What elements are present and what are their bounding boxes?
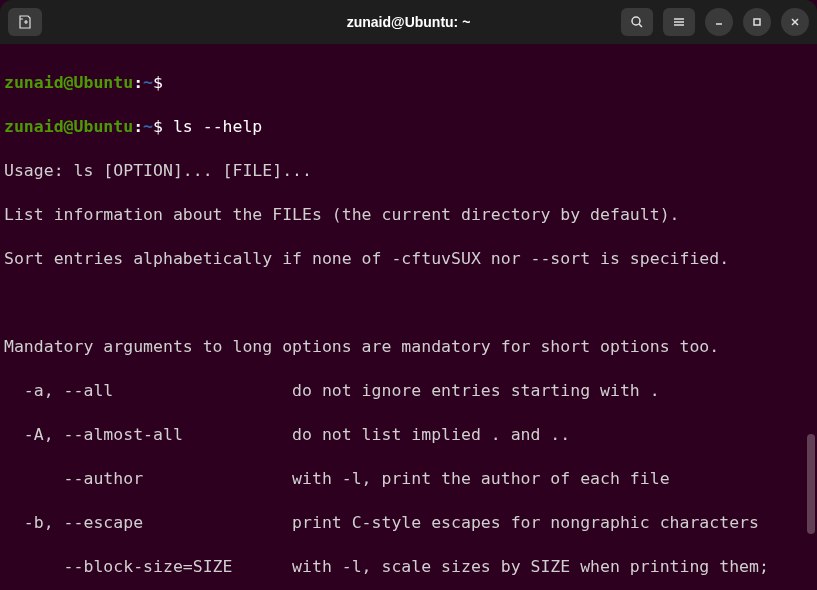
close-button[interactable] (781, 8, 809, 36)
prompt-path: ~ (143, 117, 153, 136)
output-line: Mandatory arguments to long options are … (4, 336, 813, 358)
prompt-path: ~ (143, 73, 153, 92)
prompt-symbol: $ (153, 73, 163, 92)
output-line: List information about the FILEs (the cu… (4, 204, 813, 226)
titlebar: zunaid@Ubuntu: ~ (0, 0, 817, 44)
prompt-symbol: $ (153, 117, 163, 136)
prompt-colon: : (133, 73, 143, 92)
output-line: -A, --almost-all do not list implied . a… (4, 424, 813, 446)
new-tab-button[interactable] (8, 8, 42, 36)
svg-point-0 (632, 17, 640, 25)
prompt-line: zunaid@Ubuntu:~$ (4, 72, 813, 94)
output-line: --author with -l, print the author of ea… (4, 468, 813, 490)
prompt-user-host: zunaid@Ubuntu (4, 73, 133, 92)
terminal-content[interactable]: zunaid@Ubuntu:~$ zunaid@Ubuntu:~$ ls --h… (0, 44, 817, 590)
output-line: Usage: ls [OPTION]... [FILE]... (4, 160, 813, 182)
output-line (4, 292, 813, 314)
minimize-button[interactable] (705, 8, 733, 36)
titlebar-left (8, 8, 42, 36)
output-line: -b, --escape print C-style escapes for n… (4, 512, 813, 534)
search-button[interactable] (621, 8, 653, 36)
maximize-button[interactable] (743, 8, 771, 36)
svg-line-1 (639, 24, 642, 27)
output-line: Sort entries alphabetically if none of -… (4, 248, 813, 270)
scrollbar[interactable] (807, 434, 815, 534)
svg-rect-6 (754, 19, 760, 25)
window-title: zunaid@Ubuntu: ~ (347, 14, 471, 30)
prompt-colon: : (133, 117, 143, 136)
prompt-line: zunaid@Ubuntu:~$ ls --help (4, 116, 813, 138)
prompt-user-host: zunaid@Ubuntu (4, 117, 133, 136)
output-line: --block-size=SIZE with -l, scale sizes b… (4, 556, 813, 578)
menu-button[interactable] (663, 8, 695, 36)
titlebar-right (621, 8, 809, 36)
command-text: ls --help (173, 117, 262, 136)
output-line: -a, --all do not ignore entries starting… (4, 380, 813, 402)
